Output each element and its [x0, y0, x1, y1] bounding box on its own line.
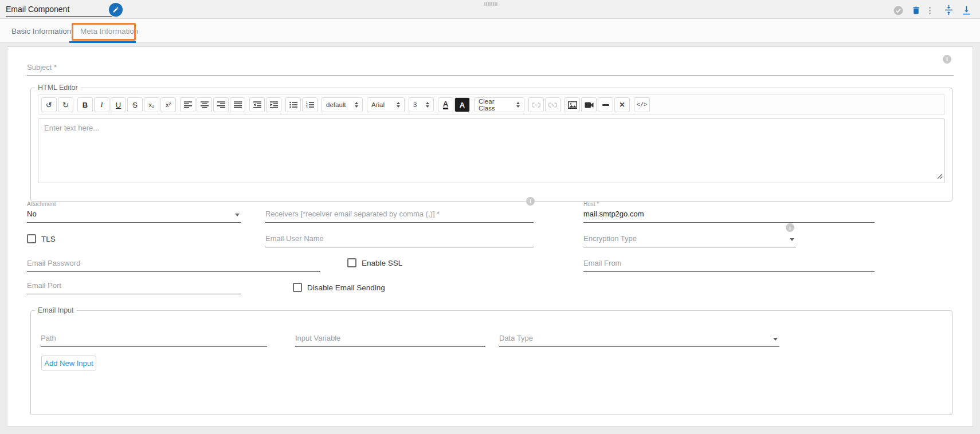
component-name-input[interactable] [6, 2, 112, 17]
disable-email-sending-checkbox-row[interactable]: Disable Email Sending [293, 283, 385, 292]
tab-basic-label: Basic Information [11, 27, 71, 35]
email-user-name-input[interactable] [265, 232, 534, 247]
editor-content-area[interactable]: Enter text here... [38, 119, 945, 183]
class-select-value: Clear Class [479, 98, 512, 112]
tab-bar: Basic Information Meta Information [0, 19, 980, 43]
indent-icon [270, 101, 278, 108]
video-icon [585, 102, 594, 108]
background-color-button[interactable]: A [454, 97, 470, 112]
underline-button[interactable]: U [111, 97, 126, 112]
email-from-input[interactable] [583, 257, 875, 272]
font-select-value: Arial [371, 101, 385, 108]
tab-meta-information[interactable]: Meta Information [80, 19, 138, 43]
ordered-list-button[interactable]: 123 [302, 97, 317, 112]
tab-basic-information[interactable]: Basic Information [11, 19, 71, 43]
encryption-type-select[interactable] [583, 232, 796, 247]
tls-checkbox[interactable] [27, 234, 36, 243]
italic-button[interactable]: I [94, 97, 109, 112]
superscript-button[interactable]: x² [160, 97, 176, 112]
add-new-input-button[interactable]: Add New Input [41, 356, 96, 370]
enable-ssl-checkbox[interactable] [347, 258, 356, 267]
clear-class-select[interactable]: Clear Class [474, 97, 524, 112]
editor-resize-handle[interactable] [935, 171, 943, 182]
subject-field-wrap [27, 61, 954, 76]
image-icon [568, 101, 577, 109]
redo-button[interactable]: ↻ [58, 97, 73, 112]
enable-ssl-checkbox-row[interactable]: Enable SSL [347, 258, 402, 267]
editor-toolbar: ↺ ↻ B I U S x₂ x² [38, 94, 945, 115]
data-type-select[interactable] [499, 332, 779, 347]
align-right-button[interactable] [213, 97, 229, 112]
edit-name-button[interactable] [109, 3, 123, 17]
font-size-select[interactable]: 3 [409, 97, 434, 112]
align-center-icon [201, 101, 209, 108]
horizontal-rule-icon [602, 104, 609, 106]
font-family-select[interactable]: Arial [367, 97, 405, 112]
horizontal-rule-button[interactable] [598, 97, 613, 112]
disable-email-sending-checkbox[interactable] [293, 283, 302, 292]
paragraph-style-select[interactable]: default [322, 97, 363, 112]
host-input[interactable] [583, 207, 875, 223]
receivers-field-wrap [265, 207, 534, 223]
attachment-field-wrap: Attachment [27, 207, 241, 223]
email-user-name-field-wrap [265, 232, 534, 247]
subscript-button[interactable]: x₂ [144, 97, 159, 112]
align-center-button[interactable] [197, 97, 212, 112]
email-password-field-wrap [27, 257, 320, 272]
align-bottom-button[interactable] [961, 4, 972, 15]
align-left-button[interactable] [180, 97, 195, 112]
path-field-wrap [41, 332, 267, 347]
meta-information-panel: i HTML Editor ↺ ↻ B I U S x₂ x² [7, 46, 973, 427]
insert-video-button[interactable] [581, 97, 597, 112]
vertical-align-bottom-icon [961, 5, 972, 15]
kebab-menu-icon [925, 6, 935, 15]
encryption-type-field-wrap [583, 232, 796, 247]
strikethrough-button[interactable]: S [127, 97, 143, 112]
code-view-icon: </> [637, 102, 647, 108]
insert-image-button[interactable] [565, 97, 580, 112]
pencil-icon [112, 6, 119, 13]
outdent-button[interactable] [249, 97, 265, 112]
email-port-input[interactable] [27, 279, 241, 294]
email-password-input[interactable] [27, 257, 320, 272]
justify-button[interactable] [230, 97, 245, 112]
input-variable-field-wrap [295, 332, 485, 347]
data-type-field-wrap [499, 332, 779, 347]
email-port-field-wrap [27, 279, 241, 294]
delete-button[interactable] [910, 5, 922, 16]
receivers-info-icon[interactable]: i [526, 197, 535, 206]
more-options-button[interactable] [924, 5, 935, 16]
undo-button[interactable]: ↺ [41, 97, 57, 112]
subject-input[interactable] [27, 61, 954, 76]
input-variable-input[interactable] [295, 332, 485, 347]
undo-icon: ↺ [46, 101, 52, 109]
link-button[interactable] [528, 97, 544, 112]
email-input-fieldset: Email Input Add New Input [30, 306, 952, 415]
select-updown-icon [516, 102, 520, 108]
attachment-select[interactable] [27, 207, 241, 223]
validate-button[interactable] [892, 5, 904, 16]
editor-placeholder: Enter text here... [44, 124, 99, 132]
check-circle-icon [893, 5, 904, 16]
font-color-button[interactable]: A [438, 97, 453, 112]
unlink-button[interactable] [545, 97, 560, 112]
clear-formatting-button[interactable]: ✕ [614, 97, 630, 112]
tab-meta-label: Meta Information [80, 27, 138, 35]
collapse-vertical-button[interactable] [943, 4, 954, 15]
path-input[interactable] [41, 332, 267, 347]
vertical-align-center-icon [943, 5, 954, 15]
code-view-button[interactable]: </> [634, 97, 650, 112]
receivers-input[interactable] [265, 207, 534, 223]
email-input-legend: Email Input [35, 306, 77, 314]
drag-handle[interactable] [484, 2, 497, 6]
html-editor-fieldset: HTML Editor ↺ ↻ B I U S x₂ x² [30, 84, 952, 202]
align-right-icon [217, 101, 225, 108]
redo-icon: ↻ [62, 101, 69, 109]
indent-button[interactable] [266, 97, 281, 112]
html-editor-legend: HTML Editor [35, 84, 81, 92]
encryption-type-info-icon[interactable]: i [786, 223, 794, 232]
unordered-list-button[interactable] [285, 97, 301, 112]
size-select-value: 3 [413, 101, 417, 108]
tls-checkbox-row[interactable]: TLS [27, 234, 56, 243]
bold-button[interactable]: B [77, 97, 93, 112]
